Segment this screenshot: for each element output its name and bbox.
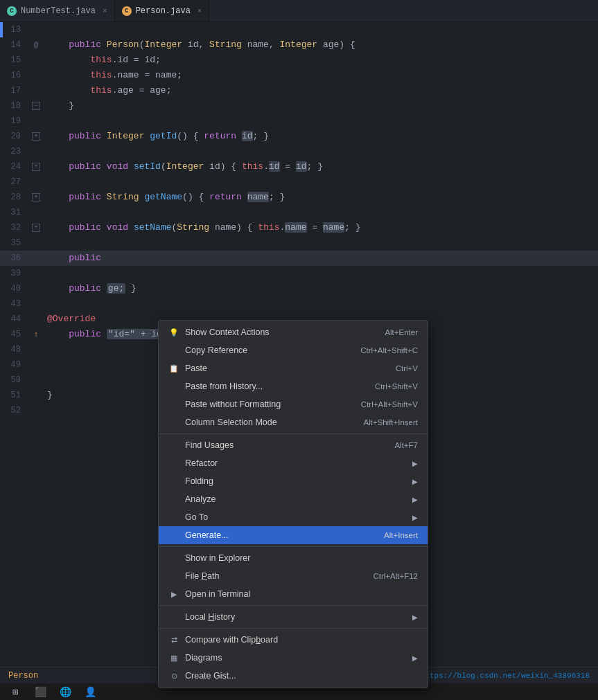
tab-label-person: Person.java — [136, 6, 191, 16]
find-usages-label: Find Usages — [185, 440, 234, 450]
column-selection-shortcut: Alt+Shift+Insert — [363, 418, 418, 427]
menu-item-create-gist[interactable]: ⊙ Create Gist... — [159, 667, 428, 685]
menu-item-analyze[interactable]: Analyze ▶ — [159, 490, 428, 508]
local-history-arrow: ▶ — [412, 613, 418, 621]
code-line-17: 17 this.age = age; — [0, 83, 598, 98]
code-line-36: 36 public — [0, 251, 598, 266]
taskbar-icon-user[interactable]: 👤 — [80, 684, 100, 699]
line-num-48: 48 — [0, 342, 29, 357]
find-usages-shortcut: Alt+F7 — [394, 441, 418, 449]
line-num-19: 19 — [0, 114, 29, 129]
fold-btn-24[interactable]: + — [32, 163, 40, 171]
gutter-51 — [29, 388, 43, 403]
fold-btn-28[interactable]: + — [32, 193, 40, 201]
line-num-44: 44 — [0, 312, 29, 327]
find-usages-icon — [168, 440, 179, 451]
line-num-17: 17 — [0, 83, 29, 98]
separator-3 — [159, 605, 428, 606]
tab-close-person[interactable]: × — [197, 7, 202, 15]
code-line-32: 32 + public void setName(String name) { … — [0, 220, 598, 235]
gutter-52 — [29, 403, 43, 418]
code-line-19: 19 — [0, 114, 598, 129]
menu-item-compare-clipboard[interactable]: ⇄ Compare with Clipboard — [159, 631, 428, 649]
menu-item-generate[interactable]: Generate... Alt+Insert — [159, 526, 428, 544]
show-explorer-icon — [168, 553, 179, 564]
line-num-36: 36 — [0, 251, 29, 266]
gutter-24: + — [29, 159, 43, 174]
taskbar-icon-browser[interactable]: 🌐 — [55, 684, 75, 699]
copy-reference-shortcut: Ctrl+Alt+Shift+C — [360, 346, 418, 355]
gutter-19 — [29, 114, 43, 129]
menu-item-paste[interactable]: 📋 Paste Ctrl+V — [159, 359, 428, 377]
code-content-19 — [43, 114, 598, 129]
taskbar-icon-grid[interactable]: ⊞ — [6, 684, 25, 699]
line-num-51: 51 — [0, 388, 29, 403]
code-content-17: this.age = age; — [43, 83, 598, 98]
menu-item-open-terminal[interactable]: ▶ Open in Terminal — [159, 585, 428, 603]
code-line-43: 43 — [0, 296, 598, 312]
go-to-label: Go To — [185, 512, 208, 522]
paste-no-format-shortcut: Ctrl+Alt+Shift+V — [361, 400, 418, 409]
local-history-label: Local History — [185, 612, 235, 622]
menu-item-refactor[interactable]: Refactor ▶ — [159, 454, 428, 472]
menu-item-copy-reference[interactable]: Copy Reference Ctrl+Alt+Shift+C — [159, 341, 428, 359]
paste-shortcut: Ctrl+V — [396, 364, 418, 373]
folding-icon — [168, 476, 179, 487]
code-content-43 — [43, 296, 598, 312]
line-num-23: 23 — [0, 144, 29, 159]
paste-label: Paste — [185, 364, 207, 373]
folding-label: Folding — [185, 476, 213, 486]
go-to-icon — [168, 512, 179, 523]
code-content-16: this.name = name; — [43, 68, 598, 83]
menu-item-find-usages[interactable]: Find Usages Alt+F7 — [159, 436, 428, 454]
menu-item-local-history[interactable]: Local History ▶ — [159, 608, 428, 626]
menu-item-file-path[interactable]: File Path Ctrl+Alt+F12 — [159, 567, 428, 585]
fold-btn-32[interactable]: + — [32, 224, 40, 232]
terminal-icon: ▶ — [168, 589, 179, 600]
code-content-27 — [43, 174, 598, 190]
code-line-20: 20 + public Integer getId() { return id;… — [0, 129, 598, 144]
menu-item-folding[interactable]: Folding ▶ — [159, 472, 428, 490]
code-content-15: this.id = id; — [43, 53, 598, 68]
analyze-label: Analyze — [185, 494, 216, 504]
paste-history-shortcut: Ctrl+Shift+V — [375, 382, 418, 391]
taskbar-icon-terminal[interactable]: ⬛ — [30, 684, 50, 699]
menu-item-show-in-explorer[interactable]: Show in Explorer — [159, 549, 428, 567]
gutter-48 — [29, 342, 43, 357]
tab-close-numbertest[interactable]: × — [103, 7, 107, 15]
fold-btn-18[interactable]: − — [32, 102, 40, 110]
line-num-16: 16 — [0, 68, 29, 83]
code-line-39: 39 — [0, 266, 598, 281]
file-path-icon — [168, 571, 179, 582]
menu-item-go-to[interactable]: Go To ▶ — [159, 508, 428, 526]
tab-icon-numbertest: C — [7, 6, 17, 16]
gutter-31 — [29, 205, 43, 220]
menu-item-paste-without-formatting[interactable]: Paste without Formatting Ctrl+Alt+Shift+… — [159, 395, 428, 413]
line-num-43: 43 — [0, 296, 29, 312]
code-line-24: 24 + public void setId(Integer id) { thi… — [0, 159, 598, 174]
line-num-32: 32 — [0, 220, 29, 235]
code-content-13 — [43, 22, 598, 37]
paste-history-icon — [168, 381, 179, 392]
tab-person[interactable]: C Person.java × — [115, 0, 210, 21]
compare-clipboard-icon: ⇄ — [168, 634, 179, 645]
paste-history-label: Paste from History... — [185, 382, 263, 391]
paste-no-format-icon — [168, 399, 179, 410]
tab-numbertest[interactable]: C NumberTest.java × — [0, 0, 115, 21]
gutter-32: + — [29, 220, 43, 235]
code-line-28: 28 + public String getName() { return na… — [0, 190, 598, 205]
line-num-40: 40 — [0, 281, 29, 296]
gutter-14: @ — [29, 37, 43, 53]
gutter-36 — [29, 251, 43, 266]
menu-item-diagrams[interactable]: ▦ Diagrams ▶ — [159, 649, 428, 667]
code-content-24: public void setId(Integer id) { this.id … — [43, 159, 598, 174]
gutter-44 — [29, 312, 43, 327]
menu-item-paste-from-history[interactable]: Paste from History... Ctrl+Shift+V — [159, 377, 428, 395]
code-content-28: public String getName() { return name; } — [43, 190, 598, 205]
menu-item-column-selection[interactable]: Column Selection Mode Alt+Shift+Insert — [159, 413, 428, 431]
menu-item-show-context-actions[interactable]: 💡 Show Context Actions Alt+Enter — [159, 323, 428, 341]
generate-shortcut: Alt+Insert — [384, 531, 418, 539]
create-gist-label: Create Gist... — [185, 671, 236, 681]
fold-btn-20[interactable]: + — [32, 132, 40, 141]
tab-bar: C NumberTest.java × C Person.java × — [0, 0, 598, 22]
